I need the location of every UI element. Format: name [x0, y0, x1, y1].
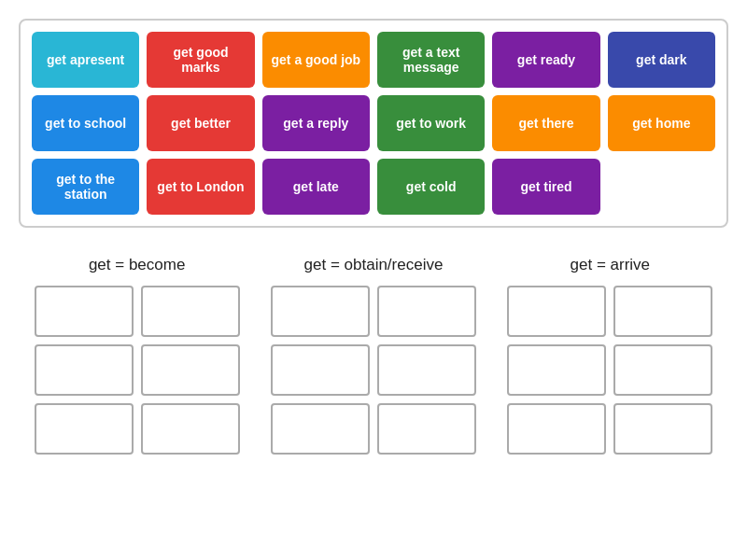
drop-section: get = become get = obtain/receive get = … — [19, 256, 728, 455]
drop-cell[interactable] — [141, 344, 240, 396]
become-grid — [35, 286, 240, 455]
drag-item[interactable]: get better — [147, 95, 254, 151]
drop-cell[interactable] — [271, 286, 370, 337]
obtain-title: get = obtain/receive — [304, 256, 444, 274]
drag-item[interactable]: get a reply — [262, 95, 370, 151]
drop-column-obtain: get = obtain/receive — [271, 256, 476, 455]
drop-cell[interactable] — [377, 403, 476, 455]
drag-item[interactable]: get apresent — [32, 32, 139, 88]
drop-cell[interactable] — [271, 403, 370, 455]
drag-item[interactable]: get to work — [377, 95, 485, 151]
drag-item[interactable]: get good marks — [147, 32, 254, 88]
drop-cell[interactable] — [507, 344, 606, 396]
drop-cell[interactable] — [507, 403, 606, 455]
drag-item[interactable]: get to London — [147, 159, 254, 215]
drag-item[interactable]: get dark — [608, 32, 715, 88]
drop-cell[interactable] — [507, 286, 606, 337]
drag-item[interactable]: get tired — [492, 159, 599, 215]
drop-cell[interactable] — [141, 286, 240, 337]
drag-item[interactable]: get to school — [32, 95, 139, 151]
drop-cell[interactable] — [613, 344, 712, 396]
become-title: get = become — [89, 256, 186, 274]
drag-container: get apresentget good marksget a good job… — [19, 19, 728, 228]
drop-cell[interactable] — [35, 403, 134, 455]
drop-cell[interactable] — [141, 403, 240, 455]
drop-cell[interactable] — [377, 344, 476, 396]
drop-cell[interactable] — [613, 403, 712, 455]
drop-cell[interactable] — [377, 286, 476, 337]
drop-cell[interactable] — [35, 286, 134, 337]
drag-item[interactable]: get a text message — [377, 32, 485, 88]
drag-item[interactable]: get to the station — [32, 159, 139, 215]
drop-cell[interactable] — [613, 286, 712, 337]
arrive-grid — [507, 286, 712, 455]
drag-item[interactable]: get a good job — [262, 32, 370, 88]
drop-cell[interactable] — [271, 344, 370, 396]
drop-column-arrive: get = arrive — [507, 256, 712, 455]
drag-item[interactable]: get ready — [492, 32, 599, 88]
drag-item[interactable]: get there — [492, 95, 599, 151]
drop-cell[interactable] — [35, 344, 134, 396]
drag-item[interactable]: get late — [262, 159, 370, 215]
drag-item[interactable]: get cold — [377, 159, 485, 215]
obtain-grid — [271, 286, 476, 455]
drag-item[interactable]: get home — [608, 95, 715, 151]
arrive-title: get = arrive — [571, 256, 651, 274]
drop-column-become: get = become — [35, 256, 240, 455]
